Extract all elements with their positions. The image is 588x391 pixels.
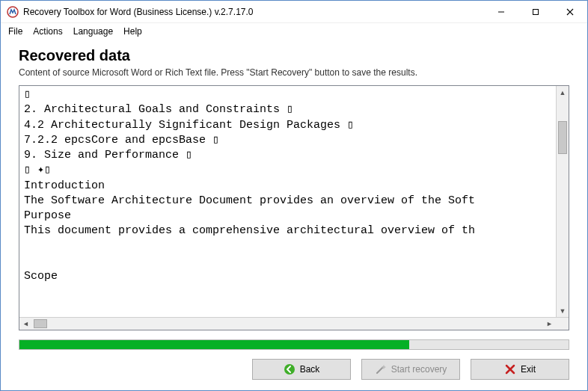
back-button[interactable]: Back <box>252 359 351 380</box>
back-button-label: Back <box>300 364 320 375</box>
recovered-text-panel: ▯ 2. Architectural Goals and Constraints… <box>19 85 569 330</box>
titlebar: Recovery Toolbox for Word (Business Lice… <box>1 1 587 23</box>
svg-point-5 <box>284 364 295 375</box>
vertical-scroll-thumb[interactable] <box>558 121 567 154</box>
horizontal-scroll-track[interactable] <box>32 318 543 330</box>
window-title: Recovery Toolbox for Word (Business Lice… <box>23 7 484 17</box>
svg-rect-2 <box>533 9 539 14</box>
progress-fill <box>19 340 409 349</box>
button-bar: Back Start recovery Exit <box>1 350 587 390</box>
page-subtext: Content of source Microsoft Word or Rich… <box>19 67 569 78</box>
menubar: File Actions Language Help <box>1 23 587 41</box>
scroll-up-arrow-icon[interactable]: ▲ <box>557 86 569 99</box>
scroll-left-arrow-icon[interactable]: ◄ <box>19 318 32 330</box>
maximize-button[interactable] <box>518 1 553 22</box>
app-icon <box>7 6 19 18</box>
close-x-icon <box>504 363 516 375</box>
start-recovery-button: Start recovery <box>361 359 460 380</box>
horizontal-scroll-thumb[interactable] <box>34 319 47 328</box>
page-heading: Recovered data <box>19 47 569 64</box>
app-window: Recovery Toolbox for Word (Business Lice… <box>0 0 588 391</box>
vertical-scroll-track[interactable] <box>557 99 569 304</box>
close-button[interactable] <box>553 1 587 22</box>
wand-icon <box>375 363 387 375</box>
recovered-document-text: ▯ 2. Architectural Goals and Constraints… <box>24 87 555 284</box>
menu-help[interactable]: Help <box>123 26 142 37</box>
recovered-text-viewport[interactable]: ▯ 2. Architectural Goals and Constraints… <box>19 86 569 317</box>
minimize-button[interactable] <box>484 1 518 22</box>
menu-file[interactable]: File <box>8 26 22 37</box>
start-recovery-button-label: Start recovery <box>391 364 447 375</box>
menu-actions[interactable]: Actions <box>33 26 62 37</box>
scroll-corner <box>556 318 569 330</box>
exit-button[interactable]: Exit <box>471 359 569 380</box>
scroll-right-arrow-icon[interactable]: ► <box>543 318 556 330</box>
horizontal-scrollbar[interactable]: ◄ ► <box>19 317 569 330</box>
content-area: Recovered data Content of source Microso… <box>1 41 587 336</box>
progress-bar <box>19 339 569 350</box>
vertical-scrollbar[interactable]: ▲ ▼ <box>556 86 569 317</box>
window-controls <box>484 1 587 22</box>
svg-line-6 <box>377 367 383 373</box>
back-arrow-icon <box>284 363 295 375</box>
exit-button-label: Exit <box>521 364 536 375</box>
menu-language[interactable]: Language <box>73 26 113 37</box>
scroll-down-arrow-icon[interactable]: ▼ <box>557 304 569 317</box>
